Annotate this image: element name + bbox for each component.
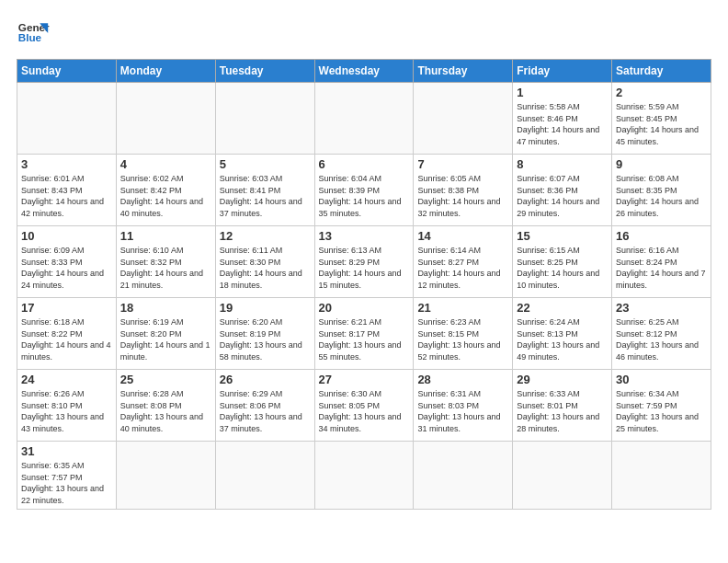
day-info: Sunrise: 5:58 AM Sunset: 8:46 PM Dayligh…	[517, 101, 608, 147]
day-number: 8	[517, 157, 608, 171]
calendar-cell: 26Sunrise: 6:29 AM Sunset: 8:06 PM Dayli…	[215, 370, 314, 442]
day-number: 2	[616, 86, 707, 99]
day-info: Sunrise: 6:30 AM Sunset: 8:05 PM Dayligh…	[319, 388, 410, 434]
day-info: Sunrise: 6:24 AM Sunset: 8:13 PM Dayligh…	[517, 316, 608, 362]
calendar-cell: 11Sunrise: 6:10 AM Sunset: 8:32 PM Dayli…	[116, 226, 215, 298]
day-number: 22	[517, 301, 608, 315]
day-number: 19	[220, 301, 311, 315]
day-info: Sunrise: 6:16 AM Sunset: 8:24 PM Dayligh…	[616, 245, 707, 291]
calendar-week-5: 24Sunrise: 6:26 AM Sunset: 8:10 PM Dayli…	[17, 370, 711, 442]
calendar-cell: 28Sunrise: 6:31 AM Sunset: 8:03 PM Dayli…	[414, 370, 513, 442]
day-number: 9	[616, 157, 707, 171]
weekday-header-sunday: Sunday	[17, 60, 117, 83]
header: General Blue	[17, 17, 711, 50]
day-number: 27	[319, 373, 410, 386]
day-number: 23	[616, 301, 707, 315]
day-info: Sunrise: 6:33 AM Sunset: 8:01 PM Dayligh…	[517, 388, 608, 434]
day-info: Sunrise: 6:31 AM Sunset: 8:03 PM Dayligh…	[417, 388, 508, 434]
calendar-cell	[116, 83, 215, 155]
calendar-cell	[17, 83, 117, 155]
day-number: 20	[319, 301, 410, 315]
day-info: Sunrise: 6:26 AM Sunset: 8:10 PM Dayligh…	[21, 388, 112, 434]
day-number: 25	[120, 373, 211, 386]
weekday-header-monday: Monday	[116, 60, 215, 83]
day-number: 13	[319, 229, 410, 243]
day-info: Sunrise: 6:19 AM Sunset: 8:20 PM Dayligh…	[120, 316, 211, 362]
day-number: 3	[21, 157, 112, 171]
calendar-cell: 24Sunrise: 6:26 AM Sunset: 8:10 PM Dayli…	[17, 370, 117, 442]
day-number: 6	[319, 157, 410, 171]
calendar-week-6: 31Sunrise: 6:35 AM Sunset: 7:57 PM Dayli…	[17, 442, 711, 510]
day-info: Sunrise: 6:14 AM Sunset: 8:27 PM Dayligh…	[417, 245, 508, 291]
day-number: 28	[417, 373, 508, 386]
calendar-cell	[215, 442, 314, 510]
day-info: Sunrise: 6:23 AM Sunset: 8:15 PM Dayligh…	[417, 316, 508, 362]
calendar-cell: 1Sunrise: 5:58 AM Sunset: 8:46 PM Daylig…	[513, 83, 612, 155]
day-number: 4	[120, 157, 211, 171]
calendar-cell	[215, 83, 314, 155]
calendar-cell: 4Sunrise: 6:02 AM Sunset: 8:42 PM Daylig…	[116, 155, 215, 226]
day-info: Sunrise: 6:21 AM Sunset: 8:17 PM Dayligh…	[319, 316, 410, 362]
day-number: 18	[120, 301, 211, 315]
day-number: 10	[21, 229, 112, 243]
day-info: Sunrise: 6:13 AM Sunset: 8:29 PM Dayligh…	[319, 245, 410, 291]
calendar-cell	[612, 442, 711, 510]
calendar-cell: 27Sunrise: 6:30 AM Sunset: 8:05 PM Dayli…	[314, 370, 414, 442]
calendar-cell	[513, 442, 612, 510]
calendar-cell: 6Sunrise: 6:04 AM Sunset: 8:39 PM Daylig…	[314, 155, 414, 226]
day-info: Sunrise: 6:08 AM Sunset: 8:35 PM Dayligh…	[616, 173, 707, 219]
logo: General Blue	[17, 17, 50, 50]
calendar-cell: 20Sunrise: 6:21 AM Sunset: 8:17 PM Dayli…	[314, 298, 414, 370]
calendar-cell: 13Sunrise: 6:13 AM Sunset: 8:29 PM Dayli…	[314, 226, 414, 298]
calendar-cell: 31Sunrise: 6:35 AM Sunset: 7:57 PM Dayli…	[17, 442, 117, 510]
calendar-week-4: 17Sunrise: 6:18 AM Sunset: 8:22 PM Dayli…	[17, 298, 711, 370]
day-info: Sunrise: 6:11 AM Sunset: 8:30 PM Dayligh…	[220, 245, 311, 291]
calendar-cell: 15Sunrise: 6:15 AM Sunset: 8:25 PM Dayli…	[513, 226, 612, 298]
day-number: 24	[21, 373, 112, 386]
day-number: 14	[417, 229, 508, 243]
generalblue-logo-icon: General Blue	[17, 17, 50, 50]
weekday-header-friday: Friday	[513, 60, 612, 83]
day-number: 1	[517, 86, 608, 99]
day-number: 31	[21, 444, 112, 458]
calendar-cell: 17Sunrise: 6:18 AM Sunset: 8:22 PM Dayli…	[17, 298, 117, 370]
day-info: Sunrise: 5:59 AM Sunset: 8:45 PM Dayligh…	[616, 101, 707, 147]
day-number: 26	[220, 373, 311, 386]
calendar-cell: 14Sunrise: 6:14 AM Sunset: 8:27 PM Dayli…	[414, 226, 513, 298]
weekday-header-thursday: Thursday	[414, 60, 513, 83]
day-number: 30	[616, 373, 707, 386]
weekday-header-tuesday: Tuesday	[215, 60, 314, 83]
day-number: 17	[21, 301, 112, 315]
calendar-cell: 30Sunrise: 6:34 AM Sunset: 7:59 PM Dayli…	[612, 370, 711, 442]
svg-text:Blue: Blue	[18, 31, 42, 43]
day-number: 5	[220, 157, 311, 171]
day-number: 7	[417, 157, 508, 171]
day-number: 11	[120, 229, 211, 243]
weekday-header-wednesday: Wednesday	[314, 60, 414, 83]
calendar-cell: 3Sunrise: 6:01 AM Sunset: 8:43 PM Daylig…	[17, 155, 117, 226]
day-number: 12	[220, 229, 311, 243]
page: General Blue SundayMondayTuesdayWednesda…	[0, 0, 728, 519]
calendar-cell: 21Sunrise: 6:23 AM Sunset: 8:15 PM Dayli…	[414, 298, 513, 370]
day-number: 29	[517, 373, 608, 386]
day-info: Sunrise: 6:15 AM Sunset: 8:25 PM Dayligh…	[517, 245, 608, 291]
calendar-cell	[414, 83, 513, 155]
calendar-cell: 5Sunrise: 6:03 AM Sunset: 8:41 PM Daylig…	[215, 155, 314, 226]
day-number: 21	[417, 301, 508, 315]
calendar-cell	[414, 442, 513, 510]
calendar-cell: 29Sunrise: 6:33 AM Sunset: 8:01 PM Dayli…	[513, 370, 612, 442]
calendar-cell	[314, 442, 414, 510]
calendar-header-row: SundayMondayTuesdayWednesdayThursdayFrid…	[17, 60, 711, 83]
day-info: Sunrise: 6:28 AM Sunset: 8:08 PM Dayligh…	[120, 388, 211, 434]
day-info: Sunrise: 6:05 AM Sunset: 8:38 PM Dayligh…	[417, 173, 508, 219]
calendar-cell: 22Sunrise: 6:24 AM Sunset: 8:13 PM Dayli…	[513, 298, 612, 370]
calendar-cell	[314, 83, 414, 155]
day-info: Sunrise: 6:18 AM Sunset: 8:22 PM Dayligh…	[21, 316, 112, 362]
day-info: Sunrise: 6:34 AM Sunset: 7:59 PM Dayligh…	[616, 388, 707, 434]
day-number: 16	[616, 229, 707, 243]
calendar-cell: 7Sunrise: 6:05 AM Sunset: 8:38 PM Daylig…	[414, 155, 513, 226]
calendar-cell: 12Sunrise: 6:11 AM Sunset: 8:30 PM Dayli…	[215, 226, 314, 298]
day-info: Sunrise: 6:04 AM Sunset: 8:39 PM Dayligh…	[319, 173, 410, 219]
day-info: Sunrise: 6:10 AM Sunset: 8:32 PM Dayligh…	[120, 245, 211, 291]
calendar-table: SundayMondayTuesdayWednesdayThursdayFrid…	[17, 59, 711, 510]
